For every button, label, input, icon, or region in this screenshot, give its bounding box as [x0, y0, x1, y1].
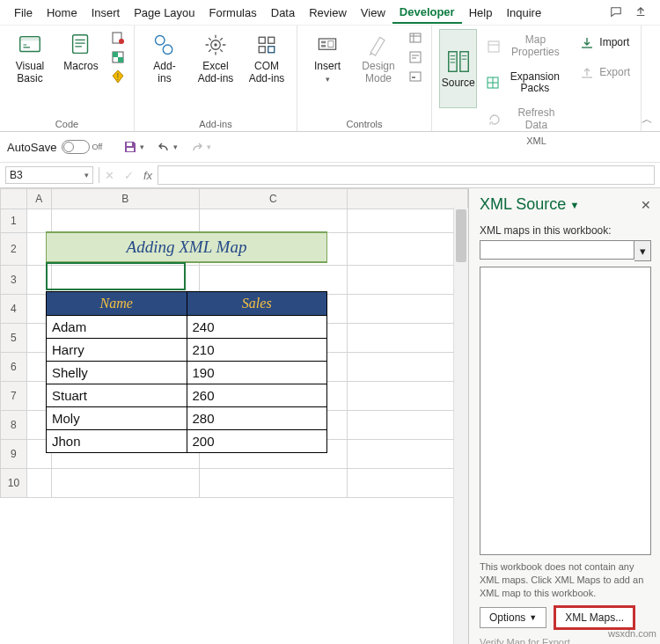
table-header-sales: Sales	[187, 292, 327, 316]
ribbon-group-controls: Insert ▾ Design Mode Controls	[297, 26, 432, 131]
name-box-value: B3	[10, 169, 23, 181]
xml-maps-button[interactable]: XML Maps...	[555, 607, 634, 628]
autosave-label: AutoSave	[7, 141, 56, 154]
close-icon[interactable]: ✕	[641, 198, 651, 212]
col-header-a[interactable]: A	[26, 189, 51, 209]
export-icon	[578, 64, 596, 82]
tab-file[interactable]: File	[7, 3, 40, 23]
dropdown-icon: ▾	[326, 75, 330, 84]
expansion-packs-button[interactable]: Expansion Packs	[482, 70, 569, 98]
name-box[interactable]: B3 ▾	[5, 166, 93, 184]
row-header[interactable]: 2	[1, 233, 27, 266]
insert-control-button[interactable]: Insert ▾	[304, 29, 350, 85]
row-header[interactable]: 1	[1, 209, 27, 233]
svg-point-4	[119, 39, 124, 44]
excel-addins-label: Excel Add-ins	[198, 61, 234, 85]
row-header[interactable]: 4	[1, 295, 27, 324]
formula-bar[interactable]	[158, 165, 655, 185]
refresh-data-button[interactable]: Refresh Data	[482, 106, 569, 134]
map-properties-button[interactable]: Map Properties	[482, 33, 569, 61]
dropdown-icon[interactable]: ▼	[569, 200, 579, 210]
design-mode-button[interactable]: Design Mode	[356, 29, 401, 87]
dropdown-icon[interactable]: ▾	[634, 240, 651, 261]
dropdown-icon: ▾	[84, 171, 89, 179]
use-relative-icon[interactable]	[109, 48, 127, 66]
visual-basic-button[interactable]: Visual Basic	[7, 29, 53, 87]
refresh-icon	[486, 111, 502, 128]
tab-home[interactable]: Home	[40, 3, 84, 23]
tab-view[interactable]: View	[354, 3, 392, 23]
vertical-scrollbar[interactable]	[453, 208, 468, 644]
row-header[interactable]: 9	[1, 440, 27, 469]
tab-inquire[interactable]: Inquire	[499, 3, 548, 23]
addins-button[interactable]: Add- ins	[142, 29, 187, 87]
group-label-addins: Add-ins	[199, 117, 231, 129]
undo-button[interactable]: ▾	[153, 138, 181, 156]
row-header[interactable]: 6	[1, 353, 27, 382]
title-banner: Adding XML Map	[46, 231, 327, 263]
enter-icon[interactable]: ✓	[119, 169, 138, 182]
collapse-ribbon-icon[interactable]: ︿	[642, 26, 660, 131]
xml-source-label: Source	[442, 77, 475, 90]
share-icon[interactable]	[630, 2, 651, 23]
tab-help[interactable]: Help	[462, 3, 500, 23]
macros-label: Macros	[63, 61, 98, 73]
svg-rect-24	[448, 52, 456, 72]
run-dialog-icon[interactable]	[407, 68, 424, 85]
tab-developer[interactable]: Developer	[392, 2, 462, 24]
row-header[interactable]: 5	[1, 324, 27, 353]
tab-formulas[interactable]: Formulas	[202, 3, 264, 23]
record-macro-icon[interactable]	[109, 29, 127, 47]
import-button[interactable]: Import	[575, 33, 634, 54]
macro-security-icon[interactable]: !	[109, 68, 127, 85]
addins-icon	[150, 31, 179, 59]
data-table: Name Sales Adam240 Harry210 Shelly190 St…	[46, 291, 327, 453]
fx-icon[interactable]: fx	[138, 169, 158, 182]
svg-rect-1	[20, 37, 40, 41]
xml-source-button[interactable]: Source	[439, 29, 477, 108]
group-label-xml: XML	[526, 134, 546, 146]
svg-point-11	[214, 43, 217, 47]
macros-button[interactable]: Macros	[58, 29, 104, 75]
view-code-icon[interactable]	[407, 48, 424, 66]
worksheet-area[interactable]: A B C 1 2 3 4 5 6 7 8 9 10 Adding XML Ma…	[0, 188, 468, 644]
group-label-code: Code	[55, 117, 78, 129]
redo-button[interactable]: ▾	[187, 138, 215, 156]
svg-rect-25	[460, 52, 468, 72]
tab-insert[interactable]: Insert	[84, 3, 128, 23]
cancel-icon[interactable]: ✕	[99, 169, 119, 182]
ribbon: Visual Basic Macros ! Code Add- ins Exce…	[0, 26, 660, 132]
row-header[interactable]: 3	[1, 266, 27, 295]
export-button[interactable]: Export	[575, 62, 634, 84]
row-header[interactable]: 10	[1, 469, 27, 498]
col-header-b[interactable]: B	[51, 189, 199, 209]
save-button[interactable]: ▾	[120, 138, 148, 156]
comments-icon[interactable]	[605, 2, 627, 23]
table-row: Stuart260	[47, 384, 327, 407]
svg-rect-19	[328, 41, 334, 48]
quick-access-toolbar: AutoSave Off ▾ ▾ ▾	[0, 132, 660, 163]
autosave-toggle[interactable]	[62, 140, 90, 154]
svg-rect-29	[127, 148, 134, 151]
row-header[interactable]: 7	[1, 382, 27, 411]
task-pane-title: XML Source ▼	[480, 195, 579, 214]
excel-addins-button[interactable]: Excel Add-ins	[193, 29, 238, 87]
col-header-blank[interactable]	[347, 189, 467, 209]
table-row: Harry210	[47, 339, 327, 362]
col-header-c[interactable]: C	[199, 189, 347, 209]
com-addins-button[interactable]: COM Add-ins	[244, 29, 290, 87]
com-addins-icon	[253, 31, 281, 59]
excel-addins-icon	[202, 31, 230, 59]
macros-icon	[67, 31, 95, 59]
svg-rect-17	[321, 41, 326, 44]
tab-data[interactable]: Data	[264, 3, 302, 23]
tab-page-layout[interactable]: Page Layou	[127, 3, 202, 23]
xml-tree-view[interactable]	[480, 267, 651, 555]
ribbon-group-addins: Add- ins Excel Add-ins COM Add-ins Add-i…	[135, 26, 297, 131]
row-header[interactable]: 8	[1, 411, 27, 440]
select-all-corner[interactable]	[1, 189, 27, 209]
properties-icon[interactable]	[407, 29, 424, 47]
xml-maps-combo[interactable]: ▾	[480, 240, 651, 261]
options-button[interactable]: Options▼	[480, 607, 546, 628]
tab-review[interactable]: Review	[302, 3, 354, 23]
